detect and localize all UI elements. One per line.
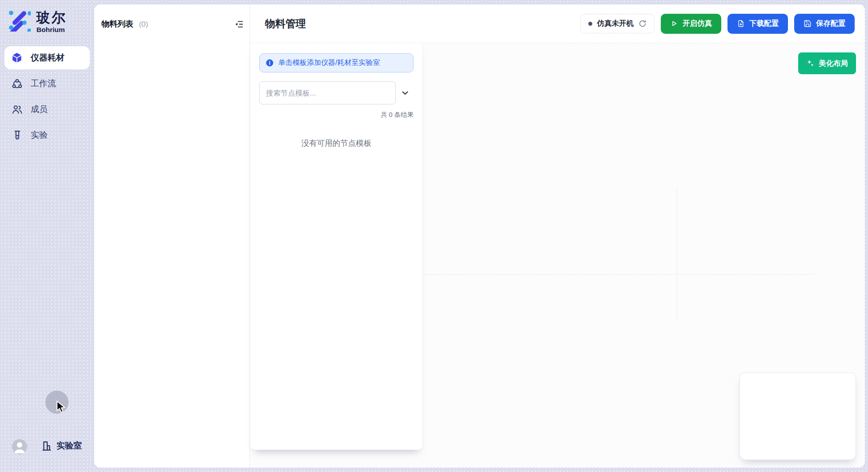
search-input[interactable] <box>259 81 396 104</box>
material-list-panel: 物料列表 (0) <box>94 4 249 468</box>
file-download-icon <box>737 20 745 28</box>
material-list-count: (0) <box>139 20 148 28</box>
lab-label: 实验室 <box>56 440 82 452</box>
template-browser-panel: 单击模板添加仪器/耗材至实验室 共 0 条结果 没有可用的节点模板 <box>250 43 423 450</box>
lab-switcher[interactable]: 实验室 <box>41 440 82 452</box>
members-icon <box>11 104 23 115</box>
cube-icon <box>11 52 23 64</box>
material-list-title: 物料列表 <box>101 20 133 28</box>
flow-canvas[interactable]: 物料管理 仿真未开机 开启仿真 <box>249 4 865 468</box>
search-row <box>259 81 414 104</box>
building-icon <box>41 440 52 452</box>
play-icon <box>670 20 678 28</box>
sidebar-item-instruments[interactable]: 仪器耗材 <box>4 46 90 69</box>
sidebar-item-label: 仪器耗材 <box>31 52 64 64</box>
sidebar-item-members[interactable]: 成员 <box>4 98 90 121</box>
brand-title: 玻尔 <box>36 10 67 25</box>
bohrium-logo-icon <box>8 9 31 32</box>
app-window: 玻尔 Bohrium 仪器耗材 <box>0 0 868 472</box>
collapse-panel-button[interactable] <box>233 19 244 29</box>
sidebar-item-workflow[interactable]: 工作流 <box>4 72 90 95</box>
refresh-icon[interactable] <box>639 20 647 28</box>
sidebar-footer: 实验室 <box>0 441 94 472</box>
header-actions: 仿真未开机 开启仿真 <box>580 14 855 34</box>
canvas-guide-horizontal <box>424 274 814 275</box>
save-config-button[interactable]: 保存配置 <box>794 14 855 34</box>
indent-collapse-icon <box>234 20 244 29</box>
result-count: 共 0 条结果 <box>259 111 414 119</box>
sidebar-item-experiment[interactable]: 实验 <box>4 124 90 147</box>
sidebar: 玻尔 Bohrium 仪器耗材 <box>0 0 94 472</box>
beautify-layout-button[interactable]: 美化布局 <box>798 52 856 74</box>
sidebar-item-label: 实验 <box>31 129 48 141</box>
download-config-button[interactable]: 下载配置 <box>727 14 788 34</box>
simulation-status-label: 仿真未开机 <box>597 19 634 28</box>
info-icon <box>265 59 274 67</box>
avatar[interactable] <box>12 439 27 454</box>
page-title: 物料管理 <box>265 17 306 31</box>
sidebar-item-label: 工作流 <box>31 78 56 89</box>
chevron-down-icon <box>400 88 410 98</box>
expand-filter-button[interactable] <box>399 87 411 99</box>
empty-state-text: 没有可用的节点模板 <box>259 138 414 148</box>
status-dot-icon <box>588 22 592 26</box>
sparkles-icon <box>806 59 815 68</box>
workflow-icon <box>11 78 23 89</box>
material-list-header: 物料列表 (0) <box>94 4 249 29</box>
info-banner-text: 单击模板添加仪器/耗材至实验室 <box>278 58 380 68</box>
sidebar-nav: 仪器耗材 工作流 <box>0 46 94 149</box>
canvas-header: 物料管理 仿真未开机 开启仿真 <box>250 4 865 43</box>
brand: 玻尔 Bohrium <box>8 9 67 34</box>
start-simulation-button[interactable]: 开启仿真 <box>661 14 721 34</box>
content-area: 物料列表 (0) 物料管理 仿 <box>94 4 865 468</box>
save-icon <box>804 20 812 28</box>
sidebar-item-label: 成员 <box>31 104 48 115</box>
simulation-status-chip[interactable]: 仿真未开机 <box>580 14 655 33</box>
minimap-panel[interactable] <box>739 372 856 460</box>
canvas-guide-vertical <box>677 189 677 321</box>
brand-subtitle: Bohrium <box>36 26 67 34</box>
info-banner: 单击模板添加仪器/耗材至实验室 <box>259 53 414 72</box>
experiment-icon <box>11 129 23 141</box>
mouse-cursor <box>56 400 66 413</box>
